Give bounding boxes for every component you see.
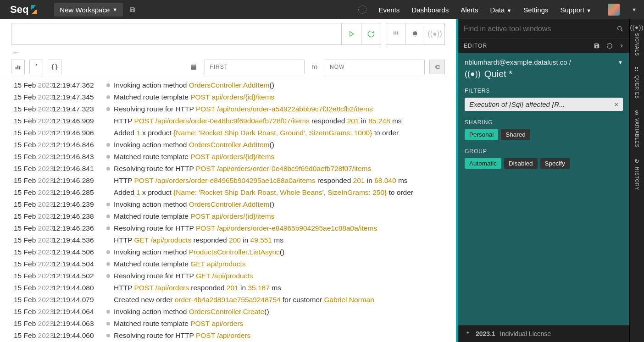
nav-events[interactable]: Events [378,6,400,14]
rail-signals[interactable]: ((●))SIGNALS [634,24,640,56]
event-message: Resolving route for HTTP GET /api/produc… [114,271,456,281]
event-message: Created new order order-4b4a2d891ae755a9… [114,295,456,305]
nav-alerts[interactable]: Alerts [461,6,478,14]
svg-rect-2 [395,32,396,33]
braces-button[interactable]: {} [48,60,61,74]
event-row[interactable]: 15 Feb 202312:19:46.289HTTP POST /api/or… [0,175,456,187]
group-chips: AutomaticDisabledSpecify [465,158,623,169]
nav-support[interactable]: Support ▼ [561,6,592,14]
event-row[interactable]: 15 Feb 202312:19:46.841Resolving route f… [0,163,456,175]
event-row[interactable]: 15 Feb 202312:19:46.236Resolving route f… [0,222,456,234]
svg-rect-4 [393,33,394,34]
rail-icon: ↻ [634,158,640,164]
rail-queries[interactable]: ⠿QUERIES [634,66,640,99]
event-list[interactable]: 15 Feb 202312:19:47.362Invoking action m… [0,79,456,342]
nav-data[interactable]: Data ▼ [490,6,512,14]
event-row[interactable]: 15 Feb 202312:19:46.843Matched route tem… [0,151,456,163]
event-level-dot [103,211,114,218]
rail-icon: ((●)) [634,24,640,30]
event-row[interactable]: 15 Feb 202312:19:46.238Matched route tem… [0,210,456,222]
event-time: 12:19:46.239 [52,199,103,210]
quote-button[interactable]: ’ [29,60,43,74]
event-level-dot [103,176,114,179]
run-button[interactable] [342,23,361,45]
clear-range-button[interactable] [429,60,445,74]
event-row[interactable]: 15 Feb 202312:19:44.536HTTP GET /api/pro… [0,234,456,246]
query-input[interactable] [11,23,342,45]
event-row[interactable]: 15 Feb 202312:19:46.285Added 1 x product… [0,187,456,199]
workspace-dropdown[interactable]: New Workspace ▼ [54,3,123,17]
find-input[interactable] [464,25,616,33]
rail-variables[interactable]: $VARIABLES [634,109,640,148]
event-row[interactable]: 15 Feb 202312:19:44.063Matched route tem… [0,318,456,330]
event-row[interactable]: 15 Feb 202312:19:47.323Resolving route f… [0,103,456,115]
event-row[interactable]: 15 Feb 202312:19:44.079Created new order… [0,294,456,306]
sharing-chip-shared[interactable]: Shared [501,129,530,140]
event-time: 12:19:44.063 [52,319,103,329]
chevron-down-icon: ▼ [586,8,591,13]
event-level-dot [103,104,114,111]
chevron-down-icon: ▼ [112,7,117,12]
event-row[interactable]: 15 Feb 202312:19:44.502Resolving route f… [0,270,456,282]
remove-filter-icon[interactable]: × [614,100,618,108]
nav-settings[interactable]: Settings [523,6,548,14]
chevron-right-icon[interactable] [619,43,624,49]
event-row[interactable]: 15 Feb 202312:19:44.080HTTP POST /api/or… [0,282,456,294]
chart-button[interactable] [11,60,25,74]
license-text: Individual License [500,330,551,337]
search-icon[interactable] [616,25,624,33]
event-row[interactable]: 15 Feb 202312:19:44.504Matched route tem… [0,258,456,270]
group-chip-automatic[interactable]: Automatic [465,158,501,169]
event-level-dot [103,152,114,159]
event-row[interactable]: 15 Feb 202312:19:46.239Invoking action m… [0,199,456,210]
event-row[interactable]: 15 Feb 202312:19:44.060Resolving route f… [0,330,456,342]
logo[interactable]: Seq [10,4,37,16]
alert-button[interactable] [405,23,425,45]
event-row[interactable]: 15 Feb 202312:19:46.906Added 1 x product… [0,127,456,139]
undo-icon[interactable] [606,43,613,49]
event-level-dot [103,319,114,325]
sparkle-icon[interactable] [465,331,471,337]
svg-marker-0 [350,32,353,37]
event-message: Added 1 x product {Name: 'Rocket Ship Da… [114,128,456,138]
event-row[interactable]: 15 Feb 202312:19:46.909HTTP POST /api/or… [0,115,456,127]
rail-history[interactable]: ↻HISTORY [634,158,640,190]
chevron-down-icon[interactable]: ▼ [632,7,637,12]
columns-button[interactable] [386,23,405,45]
rail-icon: ⠿ [634,66,640,72]
theme-toggle-icon[interactable] [358,6,366,14]
event-time: 12:19:46.289 [52,176,103,186]
event-row[interactable]: 15 Feb 202312:19:46.846Invoking action m… [0,139,456,151]
group-chip-disabled[interactable]: Disabled [504,158,538,169]
range-first-input[interactable] [205,60,305,74]
event-row[interactable]: 15 Feb 202312:19:44.506Invoking action m… [0,246,456,258]
range-now-input[interactable] [325,60,425,74]
event-level-dot [103,223,114,230]
event-date: 15 Feb 2023 [14,164,52,174]
sharing-chip-personal[interactable]: Personal [465,129,498,140]
event-date: 15 Feb 2023 [14,247,52,257]
breadcrumb-ellipsis[interactable]: … [0,46,456,55]
event-time: 12:19:46.906 [52,128,103,138]
event-time: 12:19:46.846 [52,140,103,150]
calendar-icon[interactable] [190,63,200,71]
save-icon[interactable] [594,43,600,49]
event-message: Resolving route for HTTP POST /api/order… [114,164,456,174]
signal-icon: ((●)) [465,69,481,79]
event-message: Matched route template POST api/orders/{… [114,92,456,102]
save-icon[interactable] [129,6,136,13]
filter-item[interactable]: Execution of {Sql} affected {R... × [465,98,623,111]
nav-dashboards[interactable]: Dashboards [411,6,449,14]
event-row[interactable]: 15 Feb 202312:19:44.064Invoking action m… [0,306,456,318]
refresh-button[interactable] [361,23,381,45]
avatar[interactable] [608,4,620,16]
event-date: 15 Feb 2023 [14,92,52,102]
event-row[interactable]: 15 Feb 202312:19:47.362Invoking action m… [0,79,456,91]
svg-rect-1 [393,32,394,33]
event-message: Resolving route for HTTP POST /api/order… [114,104,456,114]
group-chip-specify[interactable]: Specify [540,158,570,169]
event-row[interactable]: 15 Feb 202312:19:47.345Matched route tem… [0,91,456,103]
chevron-down-icon[interactable]: ▼ [618,60,623,65]
event-date: 15 Feb 2023 [14,80,52,90]
stream-button[interactable]: ((●)) [425,23,445,45]
